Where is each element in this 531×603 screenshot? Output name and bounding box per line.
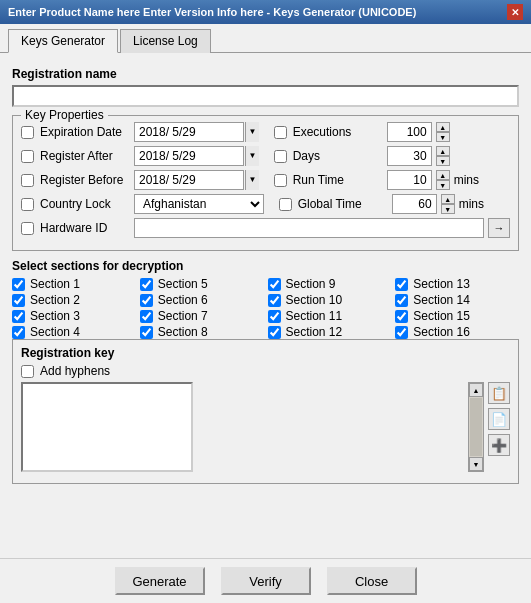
- section-13-label: Section 13: [413, 277, 470, 291]
- hardware-id-input[interactable]: [134, 218, 484, 238]
- run-time-spin-down[interactable]: ▼: [436, 180, 450, 190]
- expiration-date-dropdown-icon[interactable]: ▼: [245, 122, 259, 142]
- tab-bar: Keys Generator License Log: [0, 24, 531, 53]
- section-9-checkbox[interactable]: [268, 278, 281, 291]
- list-item: Section 7: [140, 309, 264, 323]
- section-8-label: Section 8: [158, 325, 208, 339]
- scroll-down-button[interactable]: ▼: [469, 457, 483, 471]
- run-time-checkbox[interactable]: [274, 174, 287, 187]
- executions-spin-up[interactable]: ▲: [436, 122, 450, 132]
- add-hyphens-checkbox[interactable]: [21, 365, 34, 378]
- section-5-checkbox[interactable]: [140, 278, 153, 291]
- days-label: Days: [293, 149, 383, 163]
- country-lock-select[interactable]: Afghanistan Albania Algeria: [134, 194, 264, 214]
- key-properties-title: Key Properties: [21, 108, 108, 122]
- register-after-checkbox[interactable]: [21, 150, 34, 163]
- days-spin-up[interactable]: ▲: [436, 146, 450, 156]
- country-lock-checkbox[interactable]: [21, 198, 34, 211]
- run-time-spinner[interactable]: ▲ ▼: [436, 170, 450, 190]
- list-item: Section 11: [268, 309, 392, 323]
- copy-key-button[interactable]: 📋: [488, 382, 510, 404]
- list-item: Section 12: [268, 325, 392, 339]
- expiration-date-label: Expiration Date: [40, 125, 130, 139]
- close-button[interactable]: Close: [327, 567, 417, 595]
- executions-input[interactable]: [387, 122, 432, 142]
- days-checkbox[interactable]: [274, 150, 287, 163]
- register-before-label: Register Before: [40, 173, 130, 187]
- hardware-id-label: Hardware ID: [40, 221, 130, 235]
- section-3-checkbox[interactable]: [12, 310, 25, 323]
- list-item: Section 4: [12, 325, 136, 339]
- executions-spin-down[interactable]: ▼: [436, 132, 450, 142]
- global-time-input[interactable]: [392, 194, 437, 214]
- add-hyphens-row: Add hyphens: [21, 364, 510, 378]
- register-after-input[interactable]: [134, 146, 244, 166]
- generate-button[interactable]: Generate: [115, 567, 205, 595]
- list-item: Section 3: [12, 309, 136, 323]
- section-12-label: Section 12: [286, 325, 343, 339]
- days-spin-down[interactable]: ▼: [436, 156, 450, 166]
- section-7-checkbox[interactable]: [140, 310, 153, 323]
- days-input[interactable]: [387, 146, 432, 166]
- list-item: Section 2: [12, 293, 136, 307]
- run-time-input[interactable]: [387, 170, 432, 190]
- add-hyphens-label: Add hyphens: [40, 364, 110, 378]
- section-2-label: Section 2: [30, 293, 80, 307]
- register-after-dropdown-icon[interactable]: ▼: [245, 146, 259, 166]
- add-key-button[interactable]: ➕: [488, 434, 510, 456]
- section-8-checkbox[interactable]: [140, 326, 153, 339]
- close-window-button[interactable]: ✕: [507, 4, 523, 20]
- section-2-checkbox[interactable]: [12, 294, 25, 307]
- section-12-checkbox[interactable]: [268, 326, 281, 339]
- section-13-checkbox[interactable]: [395, 278, 408, 291]
- registration-key-textarea[interactable]: [21, 382, 193, 472]
- section-16-checkbox[interactable]: [395, 326, 408, 339]
- registration-name-input[interactable]: [12, 85, 519, 107]
- hardware-id-checkbox[interactable]: [21, 222, 34, 235]
- registration-key-title: Registration key: [21, 346, 510, 360]
- global-time-spin-up[interactable]: ▲: [441, 194, 455, 204]
- expiration-date-input[interactable]: [134, 122, 244, 142]
- list-item: Section 1: [12, 277, 136, 291]
- executions-label: Executions: [293, 125, 383, 139]
- section-15-checkbox[interactable]: [395, 310, 408, 323]
- expiration-date-checkbox[interactable]: [21, 126, 34, 139]
- section-1-checkbox[interactable]: [12, 278, 25, 291]
- global-time-spinner[interactable]: ▲ ▼: [441, 194, 455, 214]
- register-before-dropdown-icon[interactable]: ▼: [245, 170, 259, 190]
- global-time-spin-down[interactable]: ▼: [441, 204, 455, 214]
- section-14-checkbox[interactable]: [395, 294, 408, 307]
- paste-key-button[interactable]: 📄: [488, 408, 510, 430]
- section-3-label: Section 3: [30, 309, 80, 323]
- key-output-container: ▲ ▼ 📋 📄 ➕: [21, 382, 510, 475]
- key-side-buttons: 📋 📄 ➕: [488, 382, 510, 475]
- copy-icon: 📋: [491, 386, 507, 401]
- tab-license-log[interactable]: License Log: [120, 29, 211, 53]
- scroll-thumb: [470, 398, 482, 456]
- section-4-checkbox[interactable]: [12, 326, 25, 339]
- bottom-bar: Generate Verify Close: [0, 558, 531, 603]
- list-item: Section 16: [395, 325, 519, 339]
- section-14-label: Section 14: [413, 293, 470, 307]
- list-item: Section 14: [395, 293, 519, 307]
- scroll-up-button[interactable]: ▲: [469, 383, 483, 397]
- key-properties-group: Key Properties Expiration Date ▼ Executi…: [12, 115, 519, 251]
- run-time-spin-up[interactable]: ▲: [436, 170, 450, 180]
- main-content: Registration name Key Properties Expirat…: [0, 53, 531, 558]
- section-6-checkbox[interactable]: [140, 294, 153, 307]
- executions-spinner[interactable]: ▲ ▼: [436, 122, 450, 142]
- run-time-mins-label: mins: [454, 173, 479, 187]
- tab-keys-generator[interactable]: Keys Generator: [8, 29, 118, 53]
- days-spinner[interactable]: ▲ ▼: [436, 146, 450, 166]
- register-before-input[interactable]: [134, 170, 244, 190]
- register-before-checkbox[interactable]: [21, 174, 34, 187]
- verify-button[interactable]: Verify: [221, 567, 311, 595]
- section-10-checkbox[interactable]: [268, 294, 281, 307]
- hardware-id-button[interactable]: →: [488, 218, 510, 238]
- global-time-checkbox[interactable]: [279, 198, 292, 211]
- paste-icon: 📄: [491, 412, 507, 427]
- window-body: Keys Generator License Log Registration …: [0, 24, 531, 603]
- hardware-id-icon: →: [494, 222, 505, 234]
- section-11-checkbox[interactable]: [268, 310, 281, 323]
- executions-checkbox[interactable]: [274, 126, 287, 139]
